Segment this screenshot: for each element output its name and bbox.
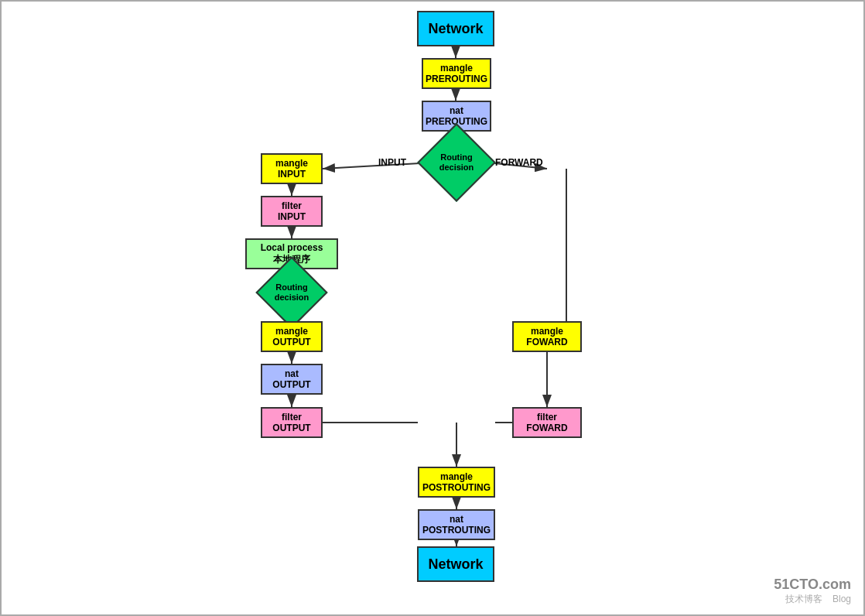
mangle-input-node: mangle INPUT xyxy=(261,153,323,184)
routing-decision-mid-container: Routing decision xyxy=(257,275,327,310)
filter-output-node: filter OUTPUT xyxy=(261,407,323,438)
filter-input-node: filter INPUT xyxy=(261,196,323,227)
watermark: 51CTO.com 技术博客 Blog xyxy=(774,577,851,606)
mangle-forward-label1: mangle xyxy=(531,326,563,337)
network-top-node: Network xyxy=(417,11,494,46)
nat-output-label2: OUTPUT xyxy=(272,379,310,390)
mangle-post-label1: mangle xyxy=(440,471,473,482)
watermark-subtitle1: 技术博客 Blog xyxy=(774,593,851,606)
filter-output-label2: OUTPUT xyxy=(272,423,310,433)
routing-decision-top-container: Routing decision xyxy=(424,143,489,182)
mangle-forward-node: mangle FOWARD xyxy=(512,321,582,352)
filter-input-label1: filter xyxy=(282,200,302,211)
nat-output-label1: nat xyxy=(285,368,299,379)
mangle-output-node: mangle OUTPUT xyxy=(261,321,323,352)
input-label: INPUT xyxy=(378,157,407,168)
mangle-forward-label2: FOWARD xyxy=(526,337,567,347)
filter-output-label1: filter xyxy=(282,412,302,423)
filter-forward-label2: FOWARD xyxy=(526,423,567,433)
mangle-prerouting-node: mangle PREROUTING xyxy=(422,58,491,89)
filter-forward-label1: filter xyxy=(537,412,557,423)
mangle-input-label1: mangle xyxy=(275,158,308,169)
network-bottom-node: Network xyxy=(417,546,494,582)
nat-post-label2: POSTROUTING xyxy=(422,525,491,536)
mangle-pre-label1: mangle xyxy=(440,63,473,74)
mangle-post-label2: POSTROUTING xyxy=(422,482,491,493)
nat-pre-label1: nat xyxy=(450,105,463,116)
nat-post-label1: nat xyxy=(450,514,463,525)
forward-label: FORWARD xyxy=(495,157,543,168)
mangle-input-label2: INPUT xyxy=(278,169,306,180)
local-process-label1: Local process xyxy=(261,242,323,253)
nat-postrouting-node: nat POSTROUTING xyxy=(418,509,495,540)
filter-forward-node: filter FOWARD xyxy=(512,407,582,438)
network-top-label: Network xyxy=(428,21,483,37)
filter-input-label2: INPUT xyxy=(278,211,306,222)
network-bottom-label: Network xyxy=(428,556,483,573)
mangle-output-label2: OUTPUT xyxy=(272,337,310,347)
routing-decision-mid-text: Routing decision xyxy=(275,282,309,303)
diagram-container: INPUT FORWARD Network mangle PREROUTING … xyxy=(2,2,865,616)
mangle-output-label1: mangle xyxy=(275,326,308,337)
routing-decision-top-text: Routing decision xyxy=(439,152,474,173)
nat-output-node: nat OUTPUT xyxy=(261,364,323,395)
mangle-pre-label2: PREROUTING xyxy=(426,74,487,84)
mangle-postrouting-node: mangle POSTROUTING xyxy=(418,467,495,498)
watermark-site: 51CTO.com xyxy=(774,577,851,593)
